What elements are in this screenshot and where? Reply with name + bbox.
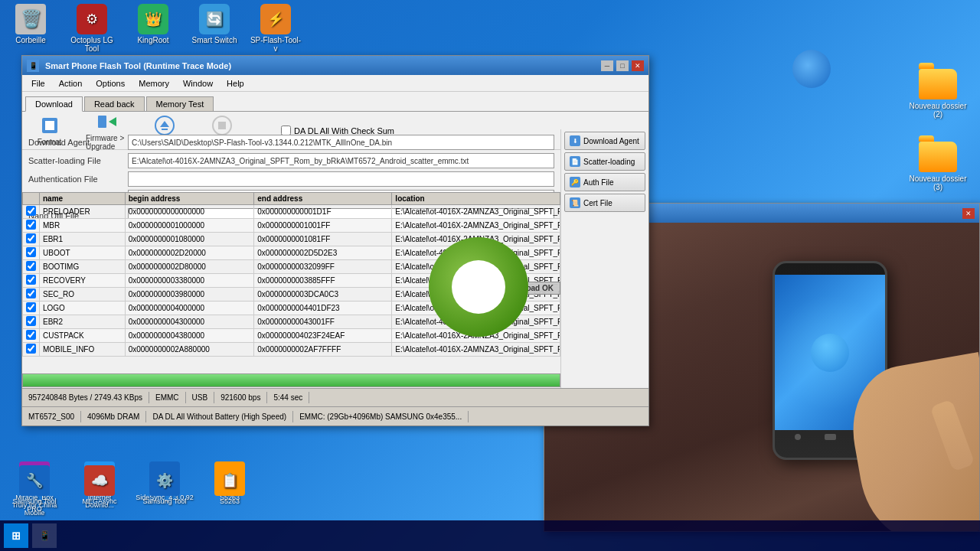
- progress-bar-fill: [23, 374, 560, 386]
- tab-download[interactable]: Download: [25, 96, 83, 112]
- desktop-icon-corbeille[interactable]: 🗑️ Corbeille: [4, 4, 57, 44]
- row-check-6[interactable]: [23, 288, 40, 302]
- row-begin-4: 0x0000000002D80000: [125, 260, 254, 274]
- status-baud: 921600 bps: [214, 392, 267, 403]
- row-end-3: 0x0000000002D5D2E3: [254, 246, 392, 260]
- row-name-2: EBR1: [40, 233, 126, 246]
- svg-marker-3: [109, 117, 116, 126]
- row-name-5: RECOVERY: [40, 274, 126, 288]
- row-end-2: 0x0000000001081FF: [254, 233, 392, 246]
- taskbar-flash-tool[interactable]: 📱: [32, 523, 57, 548]
- row-begin-2: 0x0000000001080000: [125, 233, 254, 246]
- sidebar-area: ⬇ Download Agent 📄 Scatter-loading 🔑 Aut…: [560, 129, 648, 425]
- progress-bar-container: 100%: [22, 373, 560, 387]
- minimize-button[interactable]: ─: [601, 60, 613, 71]
- row-name-3: UBOOT: [40, 246, 126, 260]
- flash-tool-window: 📱 Smart Phone Flash Tool (Runtime Trace …: [21, 55, 649, 426]
- row-location-1: E:\Alcatel\ot-4016X-2AMNZA3_Original_SPF…: [392, 219, 560, 233]
- row-check-8[interactable]: [23, 315, 40, 329]
- row-check-1[interactable]: [23, 219, 40, 233]
- row-check-3[interactable]: [23, 246, 40, 260]
- svg-rect-1: [45, 121, 54, 130]
- auth-file-input[interactable]: [128, 171, 554, 187]
- svg-rect-2: [98, 116, 106, 128]
- info-storage: EMMC: (29Gb+4096Mb) SAMSUNG 0x4e355...: [293, 411, 469, 422]
- row-end-10: 0x0000000002AF7FFFF: [254, 343, 392, 357]
- scatter-loading-icon: 📄: [570, 156, 580, 167]
- desktop-icon-nouveau1[interactable]: Nouveau dossier (2): [903, 69, 972, 119]
- desktop-icon-samsung-tool-pro[interactable]: 🔧 Samsung Tool PRO: [8, 465, 61, 513]
- row-end-0: 0x000000000001D1F: [254, 205, 392, 219]
- col-location: location: [392, 193, 560, 205]
- desktop-icon-spflash[interactable]: ⚡ SP-Flash-Tool-v: [249, 4, 302, 53]
- row-check-7[interactable]: [23, 302, 40, 315]
- row-begin-0: 0x0000000000000000: [125, 205, 254, 219]
- menu-action[interactable]: Action: [53, 77, 89, 90]
- maximize-button[interactable]: □: [616, 60, 629, 71]
- scatter-loading-input[interactable]: [128, 153, 554, 168]
- info-ram: 4096Mb DRAM: [81, 411, 146, 422]
- firmware-icon: [96, 111, 118, 132]
- sidebar-download-agent-btn[interactable]: ⬇ Download Agent: [564, 132, 645, 150]
- row-begin-3: 0x0000000002D20000: [125, 246, 254, 260]
- desktop-icon-megasync[interactable]: ☁️ MEGAsync: [73, 465, 126, 513]
- flash-window-title: Smart Phone Flash Tool (Runtime Trace Mo…: [45, 61, 231, 70]
- row-begin-6: 0x0000000003980000: [125, 288, 254, 302]
- download-agent-row: Download Agent: [28, 134, 554, 151]
- green-circle-inner: [452, 260, 505, 314]
- desktop-icon-octoplus[interactable]: ⚙ Octoplus LG Tool: [65, 4, 119, 53]
- tab-readback[interactable]: Read back: [84, 96, 145, 111]
- row-name-10: MOBILE_INFO: [40, 343, 126, 357]
- svg-marker-5: [160, 121, 169, 127]
- row-check-10[interactable]: [23, 343, 40, 357]
- svg-rect-8: [218, 122, 226, 129]
- start-button[interactable]: ⊞: [4, 523, 28, 548]
- row-begin-1: 0x0000000001000000: [125, 219, 254, 233]
- auth-file-row: Authentication File: [28, 171, 554, 187]
- taskbar-bottom-icons: 🔧 Samsung Tool PRO ☁️ MEGAsync ⚙️ Samsun…: [8, 412, 256, 513]
- desktop-icon-smartswitch[interactable]: 🔄 Smart Switch: [188, 4, 241, 44]
- row-check-9[interactable]: [23, 329, 40, 343]
- scatter-loading-row: Scatter-loading File: [28, 152, 554, 169]
- row-begin-9: 0x0000000004380000: [125, 329, 254, 343]
- row-begin-7: 0x0000000004000000: [125, 302, 254, 315]
- row-begin-5: 0x0000000003380000: [125, 274, 254, 288]
- download-agent-input[interactable]: [128, 135, 554, 150]
- download-agent-icon: ⬇: [570, 135, 580, 146]
- col-end: end address: [254, 193, 392, 205]
- menu-options[interactable]: Options: [90, 77, 131, 90]
- sidebar-cert-file-btn[interactable]: 📜 Cert File: [564, 194, 645, 212]
- close-button[interactable]: ✕: [632, 60, 644, 71]
- info-mode: DA DL All Without Battery (High Speed): [146, 411, 293, 422]
- droidcam-close-button[interactable]: ✕: [962, 208, 975, 219]
- menu-window[interactable]: Window: [177, 77, 219, 90]
- sidebar-auth-file-btn[interactable]: 🔑 Auth File: [564, 173, 645, 191]
- status-time: 5:44 sec: [267, 392, 309, 403]
- row-name-7: LOGO: [40, 302, 126, 315]
- row-check-4[interactable]: [23, 260, 40, 274]
- row-begin-8: 0x0000000004300000: [125, 315, 254, 329]
- menu-help[interactable]: Help: [220, 77, 250, 90]
- row-check-2[interactable]: [23, 233, 40, 246]
- desktop-icon-kingroot[interactable]: 👑 KingRoot: [126, 4, 180, 44]
- menubar: File Action Options Memory Window Help: [22, 75, 648, 92]
- cert-file-icon: 📜: [570, 197, 580, 208]
- taskbar: ⊞ 📱: [0, 520, 980, 551]
- desktop-icon-samsung-tool[interactable]: ⚙️ Samsung Tool: [138, 465, 191, 513]
- desktop-icon-s5263-2[interactable]: 📋 S5263: [203, 465, 256, 513]
- row-check-0[interactable]: [23, 205, 40, 219]
- row-end-6: 0x0000000003DCA0C3: [254, 288, 392, 302]
- row-end-5: 0x0000000003885FFF: [254, 274, 392, 288]
- table-row: MBR 0x0000000001000000 0x0000000001001FF…: [23, 219, 560, 233]
- row-check-5[interactable]: [23, 274, 40, 288]
- sidebar-scatter-loading-btn[interactable]: 📄 Scatter-loading: [564, 152, 645, 171]
- flash-window-titlebar: 📱 Smart Phone Flash Tool (Runtime Trace …: [22, 56, 648, 75]
- desktop-icon-nouveau2[interactable]: Nouveau dossier (3): [903, 142, 972, 191]
- flash-window-icon: 📱: [27, 60, 39, 72]
- menu-file[interactable]: File: [25, 77, 51, 90]
- info-bar: MT6572_S00 4096Mb DRAM DA DL All Without…: [22, 406, 648, 425]
- tab-memorytest[interactable]: Memory Test: [146, 96, 214, 111]
- row-begin-10: 0x0000000002A880000: [125, 343, 254, 357]
- menu-memory[interactable]: Memory: [132, 77, 175, 90]
- row-name-4: BOOTIMG: [40, 260, 126, 274]
